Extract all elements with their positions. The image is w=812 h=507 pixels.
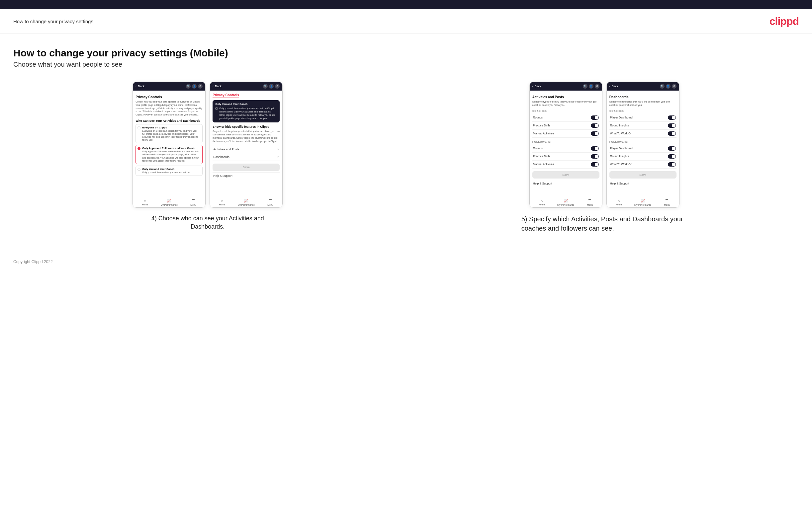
help-support-2: Help & Support (212, 172, 280, 179)
followers-round-insights-toggle[interactable] (668, 154, 676, 159)
followers-manual-toggle[interactable] (591, 162, 599, 167)
nav-menu-3[interactable]: ☰ Menu (578, 199, 602, 206)
help-label-4: Help & Support (610, 182, 629, 185)
nav-home-4[interactable]: ⌂ Home (607, 199, 631, 206)
followers-drills-toggle[interactable] (591, 154, 599, 159)
nav-performance-4[interactable]: 📈 My Performance (631, 199, 655, 206)
toggle-followers-drills: Practice Drills (532, 153, 600, 161)
menu-icon-4: ☰ (665, 199, 668, 203)
phone-3-bottom-nav: ⌂ Home 📈 My Performance ☰ Menu (530, 197, 602, 207)
screenshot-pair-1: ‹ Back 🔍 👤 ⚙ Privacy Controls Control ho… (13, 81, 402, 208)
followers-player-dash-toggle[interactable] (668, 146, 676, 151)
privacy-tab: Privacy Controls (212, 93, 239, 98)
option-everyone-desc: Everyone on Clippd can search for you an… (142, 129, 201, 142)
back-icon-3: ‹ (532, 84, 534, 88)
nav-menu-2[interactable]: ☰ Menu (258, 199, 283, 206)
coaches-what-to-work-toggle[interactable] (668, 131, 676, 136)
phone-1-content: Privacy Controls Control how you and you… (133, 91, 205, 197)
coaches-drills-toggle[interactable] (591, 123, 599, 128)
home-icon-3: ⌂ (541, 199, 543, 203)
option-coach-desc: Only you and the coaches you connect wit… (142, 171, 201, 174)
chevron-activities: > (277, 148, 279, 151)
nav-home[interactable]: ⌂ Home (133, 199, 157, 206)
nav-menu-4[interactable]: ☰ Menu (655, 199, 679, 206)
settings-icon: ⚙ (198, 84, 203, 89)
dashboards-title: Dashboards (609, 95, 676, 99)
phone-2: ‹ Back 🔍 👤 ⚙ Privacy Controls Only You a… (210, 81, 283, 208)
menu-icon-3: ☰ (588, 199, 592, 203)
toggle-coaches-round-insights: Round Insights (609, 122, 676, 130)
coaches-drills-label: Practice Drills (533, 124, 550, 127)
toggle-coaches-rounds: Rounds (532, 114, 600, 122)
popup-radio: Only you and the coaches you connect wit… (215, 107, 277, 120)
coaches-manual-toggle[interactable] (591, 131, 599, 136)
profile-icon: 👤 (192, 84, 197, 89)
nav-performance-2[interactable]: 📈 My Performance (234, 199, 258, 206)
nav-home-3[interactable]: ⌂ Home (530, 199, 554, 206)
nav-performance-label: My Performance (161, 204, 178, 206)
followers-what-to-work-toggle[interactable] (668, 162, 676, 167)
override-title: Show or hide specific features in Clippd (212, 125, 280, 128)
coaches-round-insights-label: Round Insights (610, 124, 629, 127)
nav-performance-3[interactable]: 📈 My Performance (554, 199, 578, 206)
coaches-player-dash-toggle[interactable] (668, 115, 676, 120)
phone-3: ‹ Back 🔍 👤 ⚙ Activities and Posts Select… (529, 81, 602, 208)
phone-1: ‹ Back 🔍 👤 ⚙ Privacy Controls Control ho… (133, 81, 206, 208)
followers-round-insights-label: Round Insights (610, 155, 629, 158)
nav-performance-label-3: My Performance (557, 204, 574, 206)
settings-icon-2: ⚙ (275, 84, 280, 89)
nav-home-label-2: Home (219, 204, 225, 206)
followers-label-4: FOLLOWERS (609, 140, 676, 143)
coaches-manual-label: Manual Activities (533, 132, 554, 135)
option-approved[interactable]: Only Approved Followers and Your Coach O… (136, 145, 203, 164)
help-support-3: Help & Support (532, 180, 600, 187)
followers-rounds-toggle[interactable] (591, 146, 599, 151)
toggle-coaches-what-to-work: What To Work On (609, 130, 676, 138)
nav-menu[interactable]: ☰ Menu (181, 199, 206, 206)
toggle-coaches-manual: Manual Activities (532, 130, 600, 138)
nav-home-label-4: Home (616, 204, 622, 206)
phone-3-content: Activities and Posts Select the types of… (530, 91, 602, 197)
coaches-rounds-label: Rounds (533, 116, 543, 119)
screenshots-row: ‹ Back 🔍 👤 ⚙ Privacy Controls Control ho… (13, 81, 799, 233)
help-support-4: Help & Support (609, 180, 676, 187)
coaches-player-dash-label: Player Dashboard (610, 116, 633, 119)
phone-2-bottom-nav: ⌂ Home 📈 My Performance ☰ Menu (210, 197, 282, 207)
nav-performance[interactable]: 📈 My Performance (157, 199, 181, 206)
phone-4: ‹ Back 🔍 👤 ⚙ Dashboards Select the dashb… (606, 81, 679, 208)
activities-posts-link[interactable]: Activities and Posts > (212, 146, 280, 153)
settings-icon-4: ⚙ (672, 84, 676, 89)
help-label-2: Help & Support (213, 174, 233, 177)
option-everyone[interactable]: Everyone on Clippd Everyone on Clippd ca… (136, 124, 203, 143)
nav-menu-label-2: Menu (267, 204, 273, 206)
dashboards-label: Dashboards (213, 155, 230, 159)
phone-4-bottom-nav: ⌂ Home 📈 My Performance ☰ Menu (607, 197, 679, 207)
save-button-3[interactable]: Save (532, 171, 600, 178)
performance-icon: 📈 (167, 199, 171, 203)
back-icon-2: ‹ (212, 84, 213, 88)
nav-home-label: Home (142, 204, 148, 206)
phone-3-nav: ‹ Back 🔍 👤 ⚙ (530, 82, 602, 91)
nav-performance-label-2: My Performance (238, 204, 255, 206)
save-button-2[interactable]: Save (212, 164, 280, 171)
activities-posts-label: Activities and Posts (213, 148, 239, 151)
screenshot-pair-2: ‹ Back 🔍 👤 ⚙ Activities and Posts Select… (410, 81, 799, 208)
header: How to change your privacy settings clip… (0, 9, 812, 34)
privacy-controls-desc: Control how you and your data appears to… (136, 100, 203, 116)
nav-home-2[interactable]: ⌂ Home (210, 199, 234, 206)
main-content: How to change your privacy settings (Mob… (0, 34, 812, 253)
followers-player-dash-label: Player Dashboard (610, 147, 633, 150)
coaches-rounds-toggle[interactable] (591, 115, 599, 120)
option-coach-only[interactable]: Only You and Your Coach Only you and the… (136, 166, 203, 176)
nav-menu-label: Menu (190, 204, 196, 206)
menu-icon-2: ☰ (269, 199, 272, 203)
option-coach-label: Only You and Your Coach (142, 168, 201, 171)
save-button-4[interactable]: Save (609, 171, 676, 178)
popup-desc: Only you and the coaches you connect wit… (219, 107, 277, 120)
radio-circle-everyone (138, 126, 141, 129)
toggle-followers-what-to-work: What To Work On (609, 161, 676, 169)
coaches-round-insights-toggle[interactable] (668, 123, 676, 128)
dashboards-link[interactable]: Dashboards > (212, 153, 280, 161)
performance-icon-3: 📈 (564, 199, 568, 203)
dashboards-desc: Select the dashboards that you'd like to… (609, 100, 676, 107)
